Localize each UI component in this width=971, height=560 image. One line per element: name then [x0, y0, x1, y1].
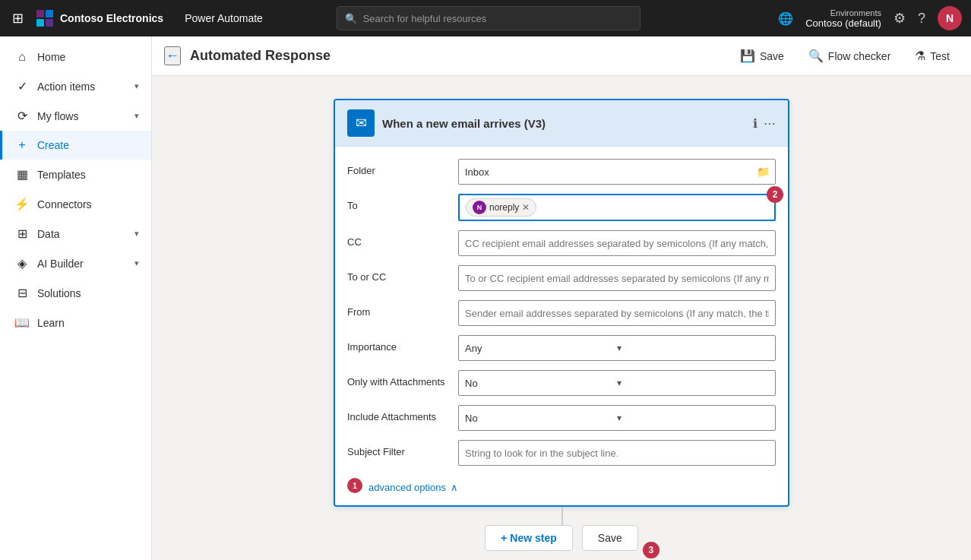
svg-rect-3	[46, 19, 53, 27]
chevron-down-icon: ▾	[134, 258, 139, 268]
main-layout: ⌂ Home ✓ Action items ▾ ⟳ My flows ▾ + C…	[0, 36, 971, 560]
connector-line	[561, 507, 563, 525]
sidebar-item-solutions[interactable]: ⊟ Solutions	[0, 278, 151, 308]
to-field-input[interactable]	[539, 202, 768, 214]
search-bar[interactable]: 🔍	[337, 6, 640, 30]
folder-input-wrap: 📁	[458, 159, 776, 185]
flow-checker-button[interactable]: 🔍 Flow checker	[799, 44, 900, 68]
sidebar-item-label: Connectors	[37, 198, 92, 210]
environments-icon[interactable]: 🌐	[778, 11, 793, 26]
sidebar-item-home[interactable]: ⌂ Home	[0, 43, 151, 71]
sidebar-item-label: AI Builder	[37, 258, 84, 270]
chevron-down-icon: ▾	[617, 343, 769, 353]
new-step-area: + New step Save 3	[485, 525, 637, 551]
sidebar-item-create[interactable]: + Create	[0, 131, 151, 160]
include-attachments-select[interactable]: No ▾	[458, 405, 776, 431]
badge-3: 3	[643, 542, 659, 558]
environment-name: Contoso (default)	[805, 17, 881, 29]
sidebar-item-my-flows[interactable]: ⟳ My flows ▾	[0, 101, 151, 131]
folder-browse-icon[interactable]: 📁	[757, 166, 770, 178]
flow-checker-icon: 🔍	[808, 49, 824, 63]
help-icon[interactable]: ?	[918, 11, 925, 27]
save-label: Save	[760, 50, 784, 62]
include-attachments-row: Include Attachments No ▾	[347, 405, 776, 431]
trigger-card-header: ✉ When a new email arrives (V3) ℹ ⋯	[335, 100, 788, 147]
save-icon: 💾	[740, 49, 755, 63]
settings-icon[interactable]: ⚙	[894, 10, 906, 27]
info-icon[interactable]: ℹ	[753, 116, 758, 131]
subject-filter-input[interactable]	[458, 440, 776, 466]
save-bottom-button[interactable]: Save	[582, 525, 638, 551]
sidebar-item-data[interactable]: ⊞ Data ▾	[0, 219, 151, 248]
badge-2: 2	[767, 186, 783, 203]
flow-canvas: ✉ When a new email arrives (V3) ℹ ⋯ Fold…	[152, 76, 971, 560]
badge-1: 1	[347, 478, 362, 493]
test-button[interactable]: ⚗ Test	[906, 44, 959, 68]
from-input[interactable]	[458, 300, 776, 326]
importance-input-wrap: Any ▾	[458, 335, 776, 361]
header-actions: 💾 Save 🔍 Flow checker ⚗ Test	[731, 44, 959, 68]
sidebar-item-action-items[interactable]: ✓ Action items ▾	[0, 71, 151, 101]
search-input[interactable]	[363, 13, 632, 24]
page-title: Automated Response	[190, 48, 331, 64]
ai-builder-icon: ◈	[14, 256, 30, 271]
folder-field: 📁	[458, 159, 776, 185]
solutions-icon: ⊟	[14, 286, 30, 300]
importance-value: Any	[465, 343, 617, 354]
advanced-options-label: advanced options	[368, 482, 446, 493]
importance-row: Importance Any ▾	[347, 335, 776, 361]
folder-label: Folder	[347, 159, 446, 176]
include-attachments-label: Include Attachments	[347, 405, 446, 422]
folder-row: Folder 📁	[347, 159, 776, 185]
new-step-button[interactable]: + New step	[485, 525, 573, 551]
sidebar-item-templates[interactable]: ▦ Templates	[0, 160, 151, 189]
cc-input[interactable]	[458, 230, 776, 256]
importance-select[interactable]: Any ▾	[458, 335, 776, 361]
app-name: Power Automate	[185, 12, 263, 24]
only-attachments-label: Only with Attachments	[347, 370, 446, 388]
to-field[interactable]: N noreply ✕	[458, 194, 776, 221]
sub-header: ← Automated Response 💾 Save 🔍 Flow check…	[152, 36, 971, 76]
trigger-header-actions: ℹ ⋯	[753, 116, 776, 131]
only-attachments-value: No	[465, 378, 617, 389]
user-avatar[interactable]: N	[938, 6, 962, 30]
trigger-card-body: Folder 📁 To	[335, 147, 788, 505]
tag-remove-icon[interactable]: ✕	[522, 202, 530, 213]
advanced-options-toggle[interactable]: advanced options ∧	[368, 479, 458, 493]
company-name: Contoso Electronics	[60, 12, 163, 24]
chevron-down-icon: ▾	[134, 111, 139, 121]
sidebar-item-learn[interactable]: 📖 Learn	[0, 308, 151, 337]
sidebar-item-label: Create	[37, 139, 69, 151]
chevron-down-icon: ▾	[617, 413, 769, 423]
search-icon: 🔍	[345, 13, 357, 24]
save-button[interactable]: 💾 Save	[731, 44, 793, 68]
back-button[interactable]: ←	[164, 46, 181, 65]
grid-icon[interactable]: ⊞	[9, 7, 27, 30]
sidebar-item-connectors[interactable]: ⚡ Connectors	[0, 189, 151, 219]
only-attachments-select[interactable]: No ▾	[458, 370, 776, 396]
sidebar-item-label: Learn	[37, 317, 65, 329]
chevron-down-icon: ▾	[134, 229, 139, 239]
subject-filter-input-wrap	[458, 440, 776, 466]
connectors-icon: ⚡	[14, 197, 30, 211]
cc-label: CC	[347, 230, 446, 248]
cc-input-wrap	[458, 230, 776, 256]
chevron-up-icon: ∧	[451, 482, 458, 493]
from-row: From	[347, 300, 776, 326]
only-attachments-row: Only with Attachments No ▾	[347, 370, 776, 396]
to-label: To	[347, 194, 446, 211]
more-options-icon[interactable]: ⋯	[764, 116, 776, 131]
only-attachments-input-wrap: No ▾	[458, 370, 776, 396]
folder-input[interactable]	[458, 159, 776, 185]
trigger-icon: ✉	[347, 109, 375, 137]
email-icon: ✉	[356, 115, 367, 131]
to-or-cc-input[interactable]	[458, 265, 776, 291]
trigger-title: When a new email arrives (V3)	[382, 117, 745, 130]
sidebar-item-label: Templates	[37, 169, 86, 181]
learn-icon: 📖	[14, 315, 30, 330]
sidebar-item-ai-builder[interactable]: ◈ AI Builder ▾	[0, 248, 151, 278]
cc-row: CC	[347, 230, 776, 256]
chevron-down-icon: ▾	[134, 81, 139, 91]
sidebar: ⌂ Home ✓ Action items ▾ ⟳ My flows ▾ + C…	[0, 36, 152, 560]
trigger-card: ✉ When a new email arrives (V3) ℹ ⋯ Fold…	[334, 99, 789, 507]
